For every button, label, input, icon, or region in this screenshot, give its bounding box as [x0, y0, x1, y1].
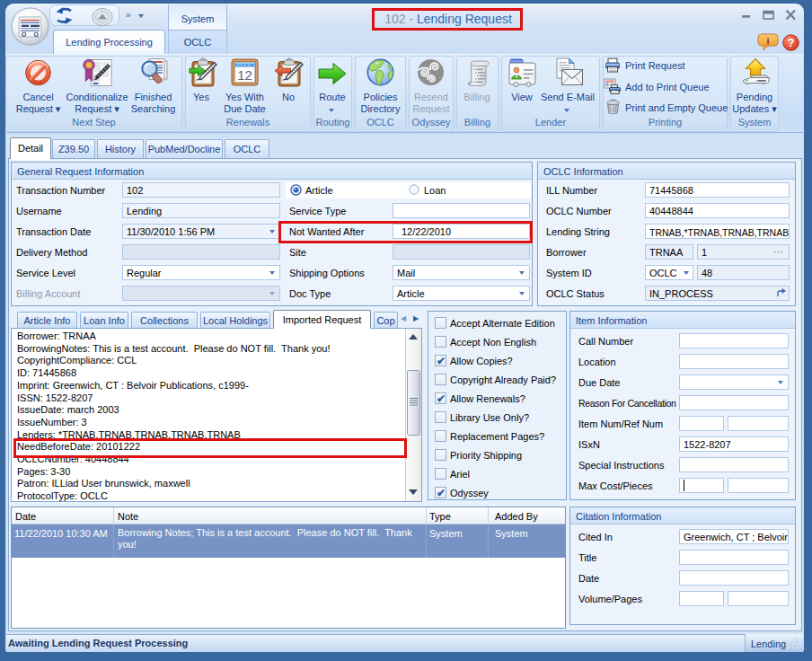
svg-text:?: ?	[788, 36, 795, 49]
svg-text:i: i	[766, 35, 769, 46]
svg-text:12: 12	[237, 67, 252, 83]
